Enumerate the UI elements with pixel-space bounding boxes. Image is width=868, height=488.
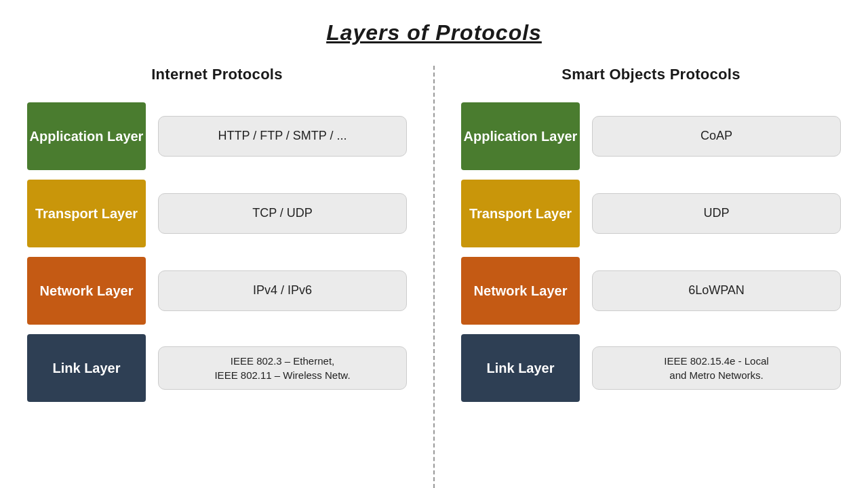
smart-link-layer-row: Link Layer IEEE 802.15.4e - Local and Me… [461, 334, 841, 402]
internet-protocols-column: Internet Protocols Application Layer HTT… [0, 66, 434, 488]
column-divider [433, 66, 435, 488]
internet-app-layer-label: Application Layer [27, 102, 146, 170]
internet-link-layer-label: Link Layer [27, 334, 146, 402]
smart-link-layer-label: Link Layer [461, 334, 580, 402]
internet-link-layer-row: Link Layer IEEE 802.3 – Ethernet, IEEE 8… [27, 334, 407, 402]
page-title: Layers of Protocols [326, 20, 542, 45]
internet-network-layer-row: Network Layer IPv4 / IPv6 [27, 257, 407, 325]
smart-network-layer-row: Network Layer 6LoWPAN [461, 257, 841, 325]
internet-transport-layer-protocol: TCP / UDP [158, 193, 407, 234]
smart-transport-layer-protocol: UDP [592, 193, 841, 234]
smart-network-layer-protocol: 6LoWPAN [592, 270, 841, 311]
internet-protocols-title: Internet Protocols [151, 66, 283, 83]
internet-app-layer-protocol: HTTP / FTP / SMTP / ... [158, 116, 407, 157]
smart-app-layer-label: Application Layer [461, 102, 580, 170]
internet-transport-layer-row: Transport Layer TCP / UDP [27, 180, 407, 247]
smart-app-layer-row: Application Layer CoAP [461, 102, 841, 170]
internet-app-layer-row: Application Layer HTTP / FTP / SMTP / ..… [27, 102, 407, 170]
smart-transport-layer-label: Transport Layer [461, 180, 580, 247]
internet-transport-layer-label: Transport Layer [27, 180, 146, 247]
smart-transport-layer-row: Transport Layer UDP [461, 180, 841, 247]
smart-protocols-title: Smart Objects Protocols [561, 66, 741, 83]
smart-network-layer-label: Network Layer [461, 257, 580, 325]
internet-link-layer-protocol: IEEE 802.3 – Ethernet, IEEE 802.11 – Wir… [158, 346, 407, 390]
smart-link-layer-protocol: IEEE 802.15.4e - Local and Metro Network… [592, 346, 841, 390]
internet-network-layer-label: Network Layer [27, 257, 146, 325]
smart-app-layer-protocol: CoAP [592, 116, 841, 157]
main-content: Internet Protocols Application Layer HTT… [0, 66, 868, 488]
smart-protocols-column: Smart Objects Protocols Application Laye… [434, 66, 868, 488]
internet-network-layer-protocol: IPv4 / IPv6 [158, 270, 407, 311]
